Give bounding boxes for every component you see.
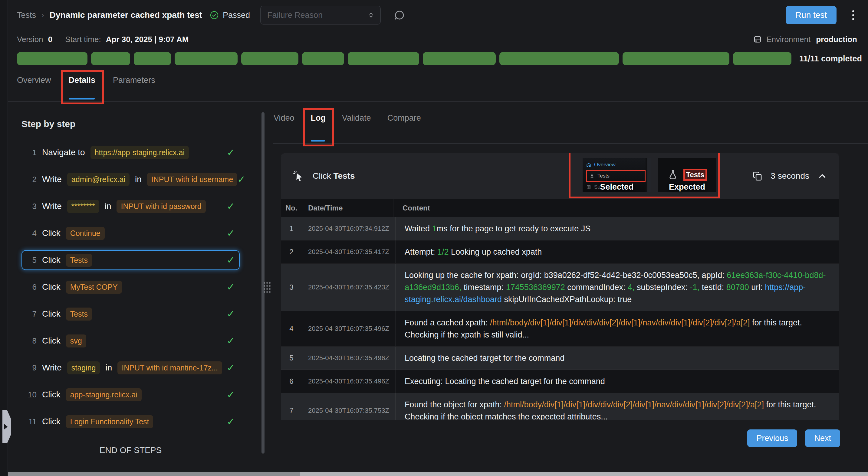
- step-status-check-icon: ✓: [227, 362, 235, 373]
- step-target-chip: INPUT with id mantine-17z...: [117, 362, 222, 374]
- step-action-text: Click: [42, 309, 61, 319]
- horizontal-scrollbar[interactable]: [8, 472, 868, 476]
- step-action-text: Click: [42, 282, 61, 292]
- step-row[interactable]: 11ClickLogin Functionality Test✓: [22, 412, 240, 432]
- copy-icon[interactable]: [752, 171, 763, 181]
- steps-heading: Step by step: [22, 119, 240, 129]
- column-content: Content: [394, 199, 839, 217]
- log-content-segment: ms for the page to get ready to execute …: [436, 224, 590, 233]
- log-table-row: 42025-04-30T16:07:35.496ZFound a cached …: [281, 311, 839, 347]
- progress-row: 11/11 completed: [8, 48, 868, 65]
- step-number: 11: [25, 417, 37, 427]
- log-content-segment: Attempt:: [405, 247, 437, 257]
- step-row[interactable]: 3Write********inINPUT with id password✓: [22, 196, 240, 216]
- log-card: Click Tests Overview: [281, 153, 839, 420]
- step-action-text: Click: [42, 255, 61, 265]
- tab-parameters[interactable]: Parameters: [113, 76, 155, 101]
- panel-resize-handle[interactable]: [264, 282, 272, 294]
- steps-list: 1Navigate tohttps://app-staging.relicx.a…: [22, 142, 240, 432]
- step-target-chip: INPUT with id username: [147, 173, 237, 186]
- step-action-text: in: [135, 174, 142, 184]
- log-row-number: 4: [281, 311, 302, 346]
- step-target-chip: INPUT with id password: [117, 200, 206, 213]
- log-row-timestamp: 2025-04-30T16:07:34.912Z: [302, 217, 396, 240]
- tab-log[interactable]: Log: [311, 113, 326, 143]
- environment-value: production: [816, 35, 857, 44]
- log-row-number: 2: [281, 240, 302, 263]
- step-row[interactable]: 4ClickContinue✓: [22, 223, 240, 243]
- step-status-check-icon: ✓: [237, 174, 245, 185]
- log-row-timestamp: 2025-04-30T16:07:35.753Z: [302, 393, 396, 420]
- log-row-timestamp: 2025-04-30T16:07:35.496Z: [302, 311, 396, 346]
- status-badge: Passed: [210, 10, 250, 20]
- content-area: Step by step 1Navigate tohttps://app-sta…: [8, 107, 868, 467]
- breadcrumb-chevron-icon: ›: [41, 10, 44, 20]
- log-content-segment: substepIndex:: [634, 283, 690, 292]
- tab-validate[interactable]: Validate: [342, 113, 371, 143]
- log-row-timestamp: 2025-04-30T16:07:35.496Z: [302, 370, 396, 393]
- expected-screenshot-thumbnail[interactable]: Tests Expected: [658, 158, 716, 192]
- log-content-segment: url:: [749, 283, 765, 292]
- log-table-row: 72025-04-30T16:07:35.753ZFound the objec…: [281, 393, 839, 420]
- next-button[interactable]: Next: [805, 430, 840, 447]
- step-row[interactable]: 7ClickTests✓: [22, 304, 240, 324]
- log-row-content: Locating the cached target for the comma…: [396, 347, 839, 370]
- previous-button[interactable]: Previous: [747, 430, 797, 447]
- log-content-segment: Looking up the cache for xpath: orgId: b…: [405, 271, 727, 280]
- step-row[interactable]: 10Clickapp-staging.relicx.ai✓: [22, 385, 240, 405]
- failure-reason-select[interactable]: Failure Reason: [260, 6, 381, 25]
- log-row-content: Looking up the cache for xpath: orgId: b…: [396, 264, 839, 311]
- step-action-text: Write: [42, 363, 62, 373]
- step-action-text: Write: [42, 201, 62, 211]
- tab-details[interactable]: Details: [69, 76, 96, 101]
- step-row[interactable]: 8Clicksvg✓: [22, 331, 240, 351]
- log-panel: Video Log Validate Compare: [267, 107, 868, 467]
- log-table: No. Date/Time Content 12025-04-30T16:07:…: [281, 199, 839, 420]
- log-content-segment: Looking up cached xpath: [448, 247, 542, 257]
- environment-icon: [753, 35, 762, 44]
- tab-video[interactable]: Video: [274, 113, 294, 143]
- step-target-chip: app-staging.relicx.ai: [66, 388, 142, 401]
- progress-text: 11/11 completed: [799, 54, 862, 64]
- right-arrow-icon: [4, 424, 7, 430]
- log-content-segment: Found the object for xpath:: [405, 400, 504, 409]
- log-row-content: Waited 1ms for the page to get ready to …: [396, 217, 839, 240]
- step-action-text: Click: [42, 390, 61, 400]
- step-target-chip: Continue: [66, 227, 105, 240]
- more-options-button[interactable]: [852, 10, 854, 20]
- mini-nav-overview-label: Overview: [594, 162, 616, 168]
- page-title: Dynamic parameter cached xpath test: [50, 10, 202, 20]
- log-step-target: Tests: [333, 171, 355, 180]
- tab-overview[interactable]: Overview: [17, 76, 51, 101]
- step-number: 7: [25, 309, 37, 319]
- step-row[interactable]: 6ClickMyTest COPY✓: [22, 277, 240, 297]
- step-row[interactable]: 5ClickTests✓: [22, 250, 240, 270]
- log-step-action: Click: [313, 171, 331, 180]
- step-status-check-icon: ✓: [227, 201, 235, 212]
- run-test-button[interactable]: Run test: [786, 6, 837, 24]
- step-row[interactable]: 1Navigate tohttps://app-staging.relicx.a…: [22, 142, 240, 162]
- log-content-segment: /html/body/div[1]/div[1]/div/div/div[2]/…: [504, 400, 764, 409]
- step-target-chip: MyTest COPY: [66, 281, 122, 294]
- log-table-row: 62025-04-30T16:07:35.496ZExecuting: Loca…: [281, 370, 839, 393]
- step-row[interactable]: 2Writeadmin@relicx.aiinINPUT with id use…: [22, 169, 240, 189]
- log-content-segment: 80780: [726, 283, 749, 292]
- progress-segment: [623, 52, 730, 65]
- log-rows: 12025-04-30T16:07:34.912ZWaited 1ms for …: [281, 217, 839, 420]
- log-content-segment: skipUrlInCachedXPathLookup: true: [502, 295, 632, 304]
- log-table-row: 52025-04-30T16:07:35.496ZLocating the ca…: [281, 347, 839, 370]
- log-content-segment: /html/body/div[1]/div[1]/div/div/div[2]/…: [490, 318, 750, 327]
- environment-group: Environment production: [753, 35, 857, 44]
- log-content-segment: Waited: [405, 224, 432, 233]
- horizontal-scrollbar-thumb[interactable]: [8, 472, 300, 476]
- comment-button[interactable]: [394, 9, 406, 21]
- pager: Previous Next: [273, 430, 840, 447]
- tab-compare[interactable]: Compare: [388, 113, 421, 143]
- step-target-chip: svg: [66, 335, 86, 347]
- step-row[interactable]: 9WritestaginginINPUT with id mantine-17z…: [22, 358, 240, 378]
- selected-screenshot-thumbnail[interactable]: Overview Tests Suites: [583, 158, 651, 192]
- breadcrumb-tests[interactable]: Tests: [17, 10, 36, 20]
- step-number: 5: [25, 256, 37, 265]
- collapse-chevron-icon[interactable]: [817, 171, 828, 181]
- step-number: 2: [25, 175, 37, 184]
